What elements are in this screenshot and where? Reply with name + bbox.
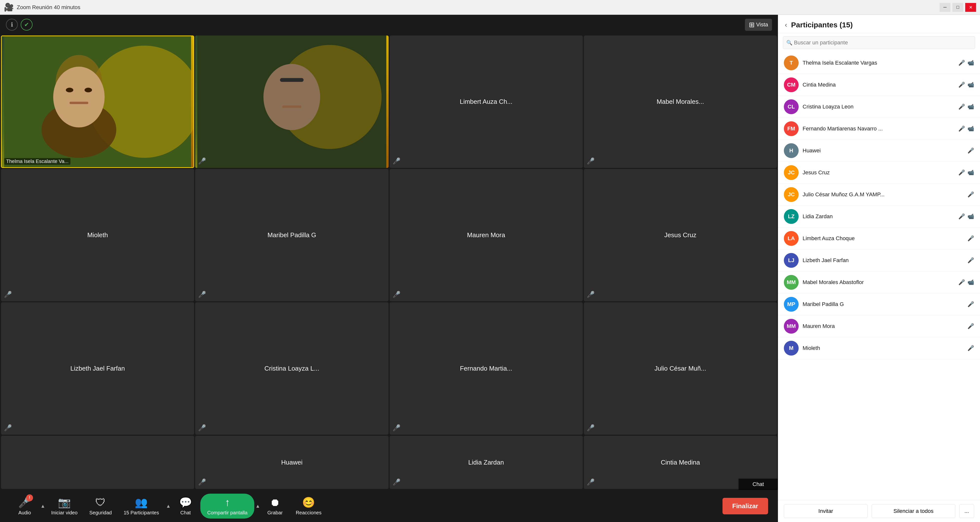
participant-name: Lidia Zardan [468, 459, 504, 466]
mute-all-button[interactable]: Silenciar a todos [872, 504, 955, 518]
reactions-button[interactable]: 😊 Reacciones [290, 494, 328, 517]
mic-icon: 🎤 [958, 60, 965, 66]
participant-cell: Mioleth 🎤 [1, 169, 194, 301]
participant-row-name: Mabel Morales Abastoflor [803, 279, 958, 286]
list-item: MP Maribel Padilla G 🎤 [778, 294, 980, 315]
list-item: JC Julio César Muñoz G.A.M YAMP... 🎤 [778, 184, 980, 206]
panel-search: 🔍 [778, 33, 980, 52]
search-wrapper: 🔍 [783, 36, 975, 49]
participant-row-name: Huawei [803, 147, 967, 154]
video-icon: 📹 [967, 169, 974, 176]
camera-off-icon: 📷 [58, 496, 71, 508]
panel-collapse-button[interactable]: ‹ [785, 21, 787, 29]
video-icon: 📹 [967, 81, 974, 88]
participant-cell: Fernando Martia... 🎤 [390, 302, 583, 435]
svg-point-5 [66, 88, 73, 93]
minimize-button[interactable]: ─ [940, 3, 950, 12]
participant-row-name: Thelma Isela Escalante Vargas [803, 60, 958, 66]
panel-footer: Invitar Silenciar a todos ... [778, 500, 980, 522]
participant-name: Fernando Martia... [460, 365, 512, 372]
participant-row-icons: 🎤 [967, 192, 974, 198]
participant-row-icons: 🎤 📹 [958, 213, 974, 220]
end-meeting-button[interactable]: Finalizar [722, 498, 768, 514]
participant-row-icons: 🎤 [967, 235, 974, 242]
participant-row-name: Mioleth [803, 345, 967, 351]
participant-row-icons: 🎤 📹 [958, 279, 974, 286]
record-button[interactable]: ⏺ Grabar [260, 495, 290, 517]
shield-icon: ✔ [21, 19, 32, 30]
participant-row-name: Lizbeth Jael Farfan [803, 257, 967, 263]
participant-row-name: Cristina Loayza Leon [803, 104, 958, 110]
participant-cell: Limbert Auza Ch... 🎤 [390, 35, 583, 168]
audio-caret[interactable]: ▲ [40, 503, 45, 509]
muted-mic-icon: 🎤 [967, 192, 974, 198]
participant-cell: Mauren Mora 🎤 [390, 169, 583, 301]
close-button[interactable]: ✕ [965, 3, 976, 12]
participant-cell: Mabel Morales... 🎤 [584, 35, 777, 168]
maximize-button[interactable]: □ [952, 3, 963, 12]
window-controls: ─ □ ✕ [940, 3, 976, 12]
participant-name: Cristina Loayza L... [264, 365, 319, 372]
svg-rect-7 [70, 102, 88, 104]
participant-name: Julio César Muñ... [654, 365, 706, 372]
top-bar: ℹ ✔ ⊞ Vista [0, 15, 778, 35]
list-item: MM Mauren Mora 🎤 [778, 315, 980, 337]
share-screen-button[interactable]: ↑ Compartir pantalla [200, 494, 254, 519]
video-frame-2: 🎤 [195, 35, 388, 168]
participant-row-icons: 🎤 [967, 301, 974, 308]
avatar: CM [784, 77, 799, 92]
video-button[interactable]: 📷 Iniciar video [45, 494, 84, 517]
list-item: LJ Lizbeth Jael Farfan 🎤 [778, 249, 980, 271]
participant-row-name: Lidia Zardan [803, 213, 958, 220]
share-caret[interactable]: ▲ [255, 503, 260, 509]
muted-mic-icon: 🎤 [958, 279, 965, 286]
audio-button[interactable]: 🎤 ! Audio [10, 494, 40, 517]
mute-icon: 🎤 [587, 157, 595, 165]
participant-row-icons: 🎤 📹 [958, 126, 974, 132]
participant-cell: Cristina Loayza L... 🎤 [195, 302, 388, 435]
participant-row-icons: 🎤 [967, 257, 974, 263]
mute-icon: 🎤 [198, 157, 206, 165]
chat-button[interactable]: 💬 Chat [171, 494, 200, 517]
participants-button[interactable]: 👥 15 Participantes [118, 494, 165, 517]
microphone-icon: 🎤 ! [18, 496, 31, 508]
avatar: CL [784, 99, 799, 114]
more-options-button[interactable]: ... [959, 504, 974, 518]
muted-mic-icon: 🎤 [958, 104, 965, 110]
bottom-toolbar: 🎤 ! Audio ▲ 📷 Iniciar video 🛡 Seguridad … [0, 490, 778, 522]
vista-button[interactable]: ⊞ Vista [745, 19, 772, 31]
muted-mic-icon: 🎤 [967, 301, 974, 308]
participant-cell: Lidia Zardan 🎤 [390, 436, 583, 489]
search-input[interactable] [783, 36, 975, 49]
participant-cell: Thelma Isela Escalante Va... [1, 35, 194, 168]
list-item: CL Cristina Loayza Leon 🎤 📹 [778, 96, 980, 118]
participant-row-icons: 🎤 📹 [958, 60, 974, 66]
security-button[interactable]: 🛡 Seguridad [84, 495, 118, 517]
svg-rect-14 [282, 105, 301, 108]
participant-cell: Maribel Padilla G 🎤 [195, 169, 388, 301]
main-layout: ℹ ✔ ⊞ Vista [0, 15, 980, 522]
participant-row-icons: 🎤 [967, 147, 974, 154]
participants-caret[interactable]: ▲ [166, 503, 171, 509]
participants-icon: 👥 [135, 496, 148, 508]
participants-list: T Thelma Isela Escalante Vargas 🎤 📹 CM C… [778, 52, 980, 500]
muted-mic-icon: 🎤 [967, 235, 974, 242]
mute-icon: 🎤 [4, 291, 12, 299]
video-icon: 📹 [967, 104, 974, 110]
participant-name: Lizbeth Jael Farfan [70, 365, 125, 372]
invite-button[interactable]: Invitar [784, 504, 868, 518]
record-icon: ⏺ [270, 496, 280, 508]
participant-row-icons: 🎤 📹 [958, 104, 974, 110]
mute-icon: 🎤 [393, 157, 401, 165]
participant-name: Mioleth [87, 231, 108, 239]
participant-row-name: Maribel Padilla G [803, 301, 967, 308]
mute-icon: 🎤 [393, 478, 401, 486]
avatar: JC [784, 187, 799, 202]
participant-row-name: Jesus Cruz [803, 169, 958, 176]
avatar: FM [784, 121, 799, 136]
avatar: JC [784, 165, 799, 180]
muted-mic-icon: 🎤 [967, 257, 974, 263]
share-icon: ↑ [225, 496, 230, 508]
window-title: Zoom Reunión 40 minutos [17, 4, 940, 11]
video-placeholder-2 [195, 35, 388, 168]
